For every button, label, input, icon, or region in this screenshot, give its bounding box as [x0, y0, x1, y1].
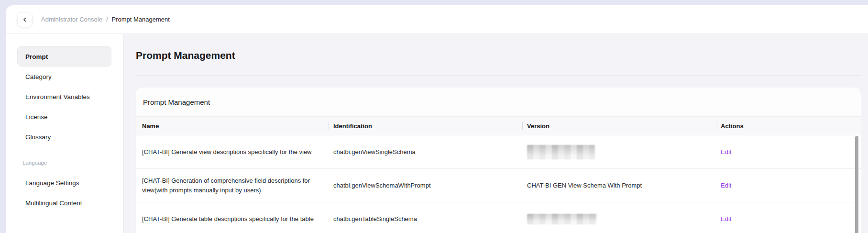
version-text: CHAT-BI GEN View Schema With Prompt — [527, 182, 642, 189]
name-cell: [CHAT-BI] Generate view descriptions spe… — [136, 147, 329, 157]
version-cell: CHAT-BI GEN View Schema With Prompt — [522, 182, 716, 189]
card-title: Prompt Management — [136, 88, 861, 116]
back-button[interactable] — [17, 12, 33, 27]
table-scrollbar-thumb[interactable] — [855, 136, 858, 233]
redacted-version-blur — [527, 145, 595, 159]
identification-cell: chatbi.genViewSingleSchema — [329, 148, 522, 155]
column-header-actions: Actions — [716, 117, 861, 135]
edit-link[interactable]: Edit — [721, 148, 731, 155]
sidebar-item-environment-variables[interactable]: Environment Variables — [17, 87, 111, 107]
breadcrumb-item-administrator-console[interactable]: Administrator Console — [41, 16, 102, 23]
sidebar-nav: PromptCategoryEnvironment VariablesLicen… — [6, 46, 123, 213]
sidebar-item-glossary[interactable]: Glossary — [17, 127, 111, 147]
version-cell — [522, 214, 716, 224]
table-header-row: Name Identification Version Actions — [136, 116, 861, 135]
name-cell: [CHAT-BI] Generation of comprehensive fi… — [136, 176, 329, 195]
table-body: [CHAT-BI] Generate view descriptions spe… — [136, 135, 861, 233]
page-title: Prompt Management — [136, 47, 868, 64]
actions-cell: Edit — [716, 215, 861, 222]
edit-link[interactable]: Edit — [721, 215, 731, 222]
chevron-left-icon — [22, 17, 28, 22]
breadcrumb: Administrator Console / Prompt Managemen… — [41, 16, 170, 23]
sidebar-item-multilingual-content[interactable]: Multilingual Content — [17, 193, 111, 213]
sidebar-item-prompt[interactable]: Prompt — [17, 46, 111, 67]
table-row: [CHAT-BI] Generate view descriptions spe… — [136, 135, 861, 169]
column-header-name: Name — [136, 117, 329, 135]
identification-cell: chatbi.genViewSchemaWithPrompt — [329, 182, 522, 189]
sidebar: PromptCategoryEnvironment VariablesLicen… — [6, 34, 124, 233]
sidebar-item-language-settings[interactable]: Language Settings — [17, 173, 111, 193]
sidebar-section-label: Language — [6, 153, 123, 173]
name-cell: [CHAT-BI] Generate table descriptions sp… — [136, 214, 329, 224]
column-header-version: Version — [522, 117, 716, 135]
topbar: Administrator Console / Prompt Managemen… — [6, 5, 868, 34]
identification-cell: chatbi.genTableSingleSchema — [329, 215, 522, 222]
breadcrumb-item-current: Prompt Management — [112, 16, 170, 23]
table-row: [CHAT-BI] Generate table descriptions sp… — [136, 202, 861, 233]
breadcrumb-separator: / — [106, 16, 108, 23]
prompt-management-card: Prompt Management Name Identification Ve… — [136, 88, 861, 233]
admin-console-page: Administrator Console / Prompt Managemen… — [6, 5, 868, 233]
edit-link[interactable]: Edit — [721, 182, 731, 189]
prompt-table: Name Identification Version Actions [CHA… — [136, 116, 861, 233]
sidebar-item-license[interactable]: License — [17, 107, 111, 127]
actions-cell: Edit — [716, 182, 861, 189]
redacted-version-blur — [527, 214, 597, 224]
title-divider — [136, 75, 861, 76]
version-cell — [522, 145, 716, 159]
sidebar-item-category[interactable]: Category — [17, 67, 111, 87]
main-content: Prompt Management Prompt Management Name… — [124, 34, 868, 233]
table-row: [CHAT-BI] Generation of comprehensive fi… — [136, 169, 861, 202]
column-header-identification: Identification — [329, 117, 522, 135]
actions-cell: Edit — [716, 148, 861, 155]
